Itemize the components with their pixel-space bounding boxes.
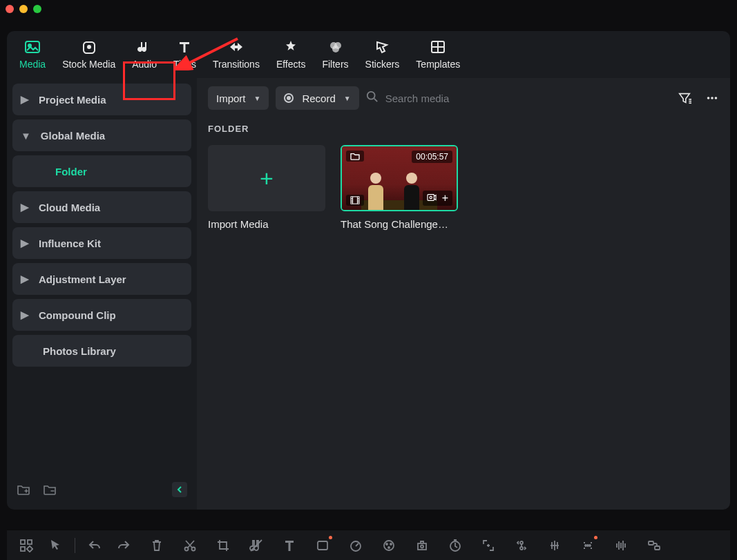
nav-tab-titles[interactable]: Titles — [173, 39, 196, 70]
sidebar-item-influence-kit[interactable]: ▶ Influence Kit — [12, 227, 191, 259]
top-nav: Media Stock Media Audio Titles Transitio… — [7, 31, 730, 78]
plus-icon: + — [260, 165, 274, 192]
chevron-right-icon: ▶ — [21, 273, 29, 285]
svg-point-27 — [430, 196, 432, 198]
templates-icon — [429, 39, 447, 55]
svg-point-38 — [384, 541, 394, 550]
keyframe-button[interactable] — [412, 536, 432, 555]
link-button[interactable] — [644, 536, 664, 555]
sidebar-item-global-media[interactable]: ▼ Global Media — [12, 119, 191, 151]
adjust-button[interactable] — [545, 536, 564, 555]
redo-button[interactable] — [114, 536, 133, 555]
nav-tab-filters[interactable]: Filters — [322, 39, 348, 70]
nav-tab-label: Templates — [416, 59, 460, 70]
nav-tab-label: Media — [19, 59, 46, 70]
sidebar-item-compound-clip[interactable]: ▶ Compound Clip — [12, 299, 191, 331]
import-dropdown[interactable]: Import ▼ — [208, 86, 269, 110]
media-clip-card[interactable]: 00:05:57 + That Song Challenge… — [341, 145, 458, 230]
add-to-timeline-button[interactable]: + — [442, 192, 448, 204]
delete-folder-button[interactable] — [43, 483, 57, 496]
nav-tab-templates[interactable]: Templates — [416, 39, 460, 70]
stickers-icon — [373, 39, 391, 55]
svg-point-5 — [332, 46, 339, 52]
window-close-button[interactable] — [6, 5, 14, 13]
svg-point-40 — [390, 543, 392, 545]
svg-point-34 — [192, 547, 195, 550]
layout-grid-button[interactable] — [17, 536, 36, 555]
sidebar-item-adjustment-layer[interactable]: ▶ Adjustment Layer — [12, 263, 191, 295]
undo-button[interactable] — [85, 536, 104, 555]
nav-tab-effects[interactable]: Effects — [276, 39, 306, 70]
media-icon — [23, 39, 41, 55]
svg-point-46 — [520, 547, 523, 550]
search-input[interactable] — [384, 92, 536, 105]
mask-button[interactable] — [313, 536, 332, 555]
svg-point-9 — [367, 92, 374, 99]
nav-tab-media[interactable]: Media — [19, 39, 46, 70]
svg-point-41 — [388, 547, 390, 548]
record-dropdown[interactable]: Record ▼ — [276, 86, 358, 110]
svg-rect-60 — [655, 546, 660, 550]
nav-tab-label: Transitions — [213, 59, 260, 70]
filters-icon — [327, 39, 345, 55]
svg-point-33 — [185, 547, 189, 550]
svg-rect-26 — [428, 194, 434, 200]
chevron-down-icon: ▼ — [344, 95, 351, 102]
more-tools-button[interactable] — [578, 536, 597, 555]
sidebar: ▶ Project Media ▼ Global Media Folder ▶ … — [7, 78, 197, 510]
chevron-down-icon: ▼ — [21, 130, 31, 142]
timer-button[interactable] — [446, 536, 465, 555]
waveform-button[interactable] — [611, 536, 631, 555]
sidebar-item-cloud-media[interactable]: ▶ Cloud Media — [12, 191, 191, 223]
chevron-down-icon: ▼ — [254, 95, 261, 102]
window-titlebar — [0, 0, 737, 17]
cut-button[interactable] — [180, 536, 200, 555]
nav-tab-stickers[interactable]: Stickers — [365, 39, 400, 70]
crop-button[interactable] — [213, 536, 233, 555]
record-icon — [284, 93, 294, 103]
expand-button[interactable] — [479, 536, 498, 555]
color-button[interactable] — [379, 536, 399, 555]
filter-button[interactable] — [678, 91, 691, 105]
speed-button[interactable] — [346, 536, 365, 555]
nav-tab-transitions[interactable]: Transitions — [213, 39, 260, 70]
new-folder-button[interactable] — [17, 483, 30, 496]
audio-mute-button[interactable] — [247, 536, 266, 555]
text-button[interactable] — [280, 536, 299, 555]
cursor-tool-button[interactable] — [46, 536, 65, 555]
delete-button[interactable] — [147, 536, 166, 555]
chevron-right-icon: ▶ — [21, 201, 29, 213]
record-label: Record — [302, 93, 335, 104]
sidebar-item-label: Global Media — [41, 130, 105, 142]
sidebar-item-label: Project Media — [39, 94, 106, 106]
svg-rect-32 — [27, 545, 32, 551]
transitions-icon — [227, 39, 245, 55]
svg-point-2 — [88, 46, 90, 48]
preview-icon[interactable] — [427, 193, 437, 204]
collapse-sidebar-button[interactable] — [172, 482, 187, 497]
svg-rect-29 — [21, 540, 25, 544]
window-maximize-button[interactable] — [33, 5, 41, 13]
import-media-card[interactable]: + Import Media — [208, 145, 325, 230]
svg-rect-42 — [418, 543, 426, 550]
thumb-caption: Import Media — [208, 218, 325, 230]
import-label: Import — [216, 93, 246, 104]
stock-media-icon — [80, 39, 98, 55]
thumb-caption: That Song Challenge… — [341, 218, 458, 230]
track-height-button[interactable] — [512, 536, 531, 555]
nav-tab-stock-media[interactable]: Stock Media — [62, 39, 115, 70]
svg-rect-59 — [649, 541, 653, 545]
more-button[interactable] — [705, 91, 719, 105]
sidebar-item-label: Folder — [55, 166, 87, 177]
svg-rect-31 — [21, 547, 25, 551]
window-minimize-button[interactable] — [19, 5, 28, 13]
sidebar-item-project-media[interactable]: ▶ Project Media — [12, 84, 191, 115]
sidebar-item-label: Compound Clip — [39, 309, 116, 321]
sidebar-item-photos-library[interactable]: Photos Library — [12, 335, 191, 367]
svg-point-45 — [520, 541, 523, 544]
nav-tab-audio[interactable]: Audio — [132, 39, 157, 70]
sidebar-item-folder[interactable]: Folder — [12, 155, 191, 187]
nav-tab-label: Stock Media — [62, 59, 115, 70]
chevron-right-icon: ▶ — [21, 237, 29, 249]
sidebar-item-label: Photos Library — [43, 345, 116, 357]
